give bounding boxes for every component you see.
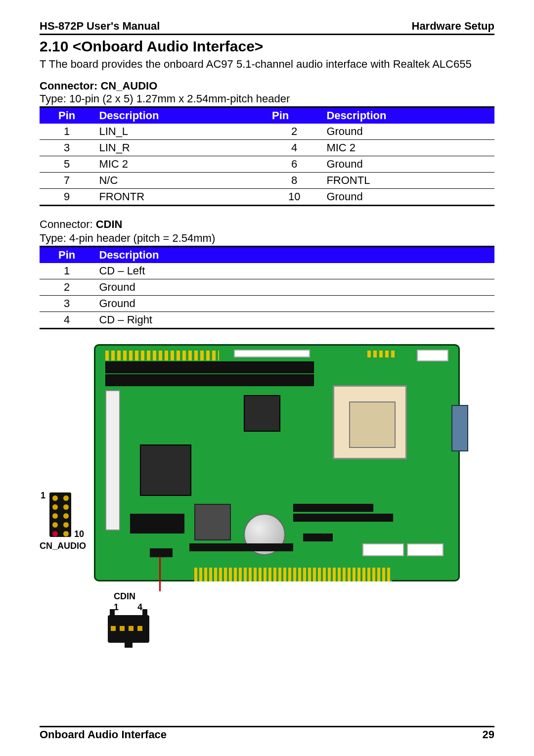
vga-port-icon [451, 405, 468, 451]
table-row: 9 FRONTR 10 Ground [40, 189, 494, 206]
table-row: 3 LIN_R 4 MIC 2 [40, 140, 494, 156]
cell [321, 312, 494, 329]
cell: 4 [40, 312, 94, 329]
table-row: 3 Ground [40, 296, 494, 312]
table-row: 1 LIN_L 2 Ground [40, 124, 494, 140]
cell: 7 [40, 173, 94, 189]
cell [267, 312, 321, 329]
cell: Ground [321, 124, 494, 140]
intro-text: T The board provides the onboard AC97 5.… [40, 58, 494, 71]
connector1-label: Connector: CN_AUDIO [40, 80, 494, 92]
cell: 2 [267, 124, 321, 140]
cdin-header-icon [108, 615, 149, 643]
connector1-type: Type: 10-pin (2 x 5) 1.27mm x 2.54mm-pit… [40, 92, 494, 105]
cell [267, 296, 321, 312]
cell: MIC 2 [94, 156, 267, 173]
cell: 10 [267, 189, 321, 206]
table-row: 4 CD – Right [40, 312, 494, 329]
cell: 3 [40, 296, 94, 312]
cell: CD – Left [94, 263, 267, 279]
cell: 9 [40, 189, 94, 206]
footer-left: Onboard Audio Interface [40, 728, 167, 741]
cell: FRONTL [321, 173, 494, 189]
board-diagram: 1 10 CN_AUDIO CDIN 1 4 [49, 344, 475, 661]
cell: LIN_R [94, 140, 267, 156]
page-footer: Onboard Audio Interface 29 [40, 726, 494, 741]
cell: CD – Right [94, 312, 267, 329]
connector1-table: Pin Description Pin Description 1 LIN_L … [40, 106, 494, 206]
cell [321, 279, 494, 296]
section-number: 2.10 [40, 38, 68, 54]
th-pin: Pin [40, 247, 94, 264]
cell: Ground [321, 189, 494, 206]
cell: 3 [40, 140, 94, 156]
edge-connector-icon [194, 568, 392, 581]
th-blank1 [267, 247, 321, 264]
th-desc: Description [94, 107, 267, 124]
table-row: 7 N/C 8 FRONTL [40, 173, 494, 189]
table-row: 1 CD – Left [40, 263, 494, 279]
cell [321, 263, 494, 279]
header-left: HS-872P User's Manual [40, 20, 160, 33]
cpu-socket-icon [333, 385, 407, 459]
section-heading: <Onboard Audio Interface> [73, 38, 264, 54]
pin1-label: 1 [41, 490, 45, 501]
th-desc2: Description [321, 107, 494, 124]
connector2-type: Type: 4-pin header (pitch = 2.54mm) [40, 232, 494, 245]
connector2-label-prefix: Connector: [40, 218, 96, 230]
cell: Ground [94, 279, 267, 296]
table-row: 2 Ground [40, 279, 494, 296]
cell: N/C [94, 173, 267, 189]
cdin-onboard-icon [150, 548, 173, 557]
cell: FRONTR [94, 189, 267, 206]
cn-audio-label: CN_AUDIO [40, 541, 86, 551]
cell: Ground [94, 296, 267, 312]
header-right: Hardware Setup [412, 20, 495, 33]
pcb-board-icon [94, 344, 460, 581]
connector2-table: Pin Description 1 CD – Left 2 Ground 3 G… [40, 246, 494, 329]
th-desc: Description [94, 247, 267, 264]
th-blank2 [321, 247, 494, 264]
cell [267, 263, 321, 279]
callout-line-icon [159, 557, 161, 591]
connector2-label-bold: CDIN [96, 218, 123, 230]
th-pin2: Pin [267, 107, 321, 124]
cell: 5 [40, 156, 94, 173]
cell: 6 [267, 156, 321, 173]
cell: 1 [40, 263, 94, 279]
pin10-label: 10 [74, 529, 84, 539]
section-title: 2.10 <Onboard Audio Interface> [40, 38, 494, 55]
cell: 8 [267, 173, 321, 189]
cell: 2 [40, 279, 94, 296]
footer-right: 29 [483, 728, 494, 741]
connector2-label: Connector: CDIN [40, 218, 494, 231]
cell [321, 296, 494, 312]
cdin-label: CDIN [114, 591, 135, 602]
cell: 4 [267, 140, 321, 156]
cell: MIC 2 [321, 140, 494, 156]
cell: Ground [321, 156, 494, 173]
cdin-pin4-label: 4 [137, 602, 142, 613]
cell: LIN_L [94, 124, 267, 140]
th-pin: Pin [40, 107, 94, 124]
page-header: HS-872P User's Manual Hardware Setup [40, 20, 494, 35]
cn-audio-header-icon [49, 492, 71, 537]
cell: 1 [40, 124, 94, 140]
table-row: 5 MIC 2 6 Ground [40, 156, 494, 173]
cell [267, 279, 321, 296]
